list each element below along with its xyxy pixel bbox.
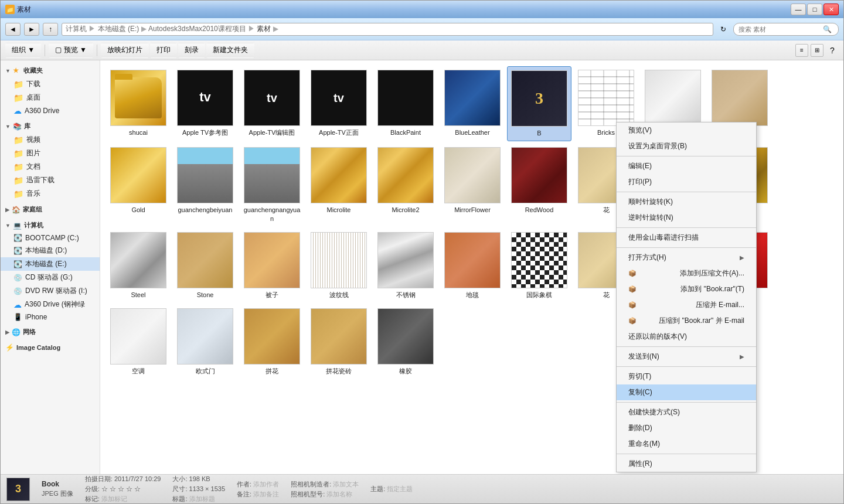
- sidebar-header-homegroup[interactable]: ▶ 🏠 家庭组: [1, 203, 100, 216]
- ctx-item-preview[interactable]: 预览(V): [617, 122, 756, 138]
- ctx-item-zip-email[interactable]: 📦 压缩并 E-mail...: [617, 297, 756, 313]
- file-item-stone[interactable]: Stone: [173, 229, 237, 302]
- file-item-appletv-edit[interactable]: tv Apple-TV编辑图: [240, 66, 304, 141]
- ctx-item-scan[interactable]: 使用金山毒霸进行扫描: [617, 230, 756, 246]
- sidebar-item-music[interactable]: 📁 音乐: [1, 187, 100, 200]
- file-item-guancheng2[interactable]: guanchengnangyuan: [240, 144, 304, 226]
- dim-label: 尺寸:: [172, 485, 187, 492]
- file-item-ditan[interactable]: 地毯: [440, 229, 505, 302]
- file-item-guancheng1[interactable]: guanchengbeiyuan: [173, 144, 237, 226]
- sidebar-header-network[interactable]: ▶ 🌐 网络: [1, 325, 100, 339]
- file-item-redwood[interactable]: RedWood: [507, 144, 571, 226]
- ctx-item-cut[interactable]: 剪切(T): [617, 369, 756, 384]
- search-box[interactable]: 🔍: [733, 23, 839, 36]
- forward-button[interactable]: ►: [24, 23, 39, 36]
- file-item-microlite2[interactable]: Microlite2: [373, 144, 438, 226]
- file-item-pinhua[interactable]: 拼花: [240, 305, 304, 379]
- ctx-item-rename[interactable]: 重命名(M): [617, 436, 756, 452]
- file-item-b-texture[interactable]: 3 B: [507, 66, 571, 141]
- sidebar-item-localdisk-d[interactable]: 💽 本地磁盘 (D:): [1, 244, 100, 257]
- sidebar-item-download[interactable]: 📁 下载: [1, 77, 100, 91]
- print-button[interactable]: 打印: [150, 43, 177, 58]
- sidebar-item-iphone[interactable]: 📱 iPhone: [1, 311, 100, 323]
- file-item-appletv-front[interactable]: tv Apple-TV正面: [307, 66, 371, 141]
- file-item-pinhuacz[interactable]: 拼花瓷砖: [307, 305, 371, 379]
- file-item-kongdiao[interactable]: 空调: [106, 305, 171, 379]
- search-input[interactable]: [738, 26, 821, 33]
- shoot-date-label-text: 拍摄日期:: [85, 475, 113, 482]
- file-item-bowen[interactable]: 波纹线: [307, 229, 371, 302]
- file-item-steel[interactable]: Steel: [106, 229, 171, 302]
- sidebar-item-cd-drive[interactable]: 💿 CD 驱动器 (G:): [1, 271, 100, 284]
- ctx-item-zip-book-email[interactable]: 📦 压缩到 "Book.rar" 并 E-mail: [617, 313, 756, 329]
- burn-button[interactable]: 刻录: [178, 43, 205, 58]
- sidebar-item-image[interactable]: 📁 图片: [1, 147, 100, 160]
- ctx-scan-label: 使用金山毒霸进行扫描: [628, 233, 699, 243]
- file-item-shucai[interactable]: shucai: [106, 66, 171, 141]
- sidebar-item-dvd-drive[interactable]: 💿 DVD RW 驱动器 (I:): [1, 284, 100, 298]
- ctx-item-delete[interactable]: 删除(D): [617, 420, 756, 436]
- ctx-item-print[interactable]: 打印(P): [617, 174, 756, 190]
- file-item-beizi[interactable]: 被子: [240, 229, 304, 302]
- sidebar-item-localdisk-e[interactable]: 💽 本地磁盘 (E:): [1, 257, 100, 271]
- file-label-beizi: 被子: [266, 291, 278, 299]
- new-folder-button[interactable]: 新建文件夹: [206, 43, 254, 58]
- sidebar-item-xunlei[interactable]: 📁 迅雷下载: [1, 173, 100, 187]
- address-path[interactable]: 计算机 ▶ 本地磁盘 (E:) ▶ Autodesk3dsMax2010课程项目…: [62, 23, 713, 36]
- sidebar-header-computer[interactable]: ▼ 💻 计算机: [1, 219, 100, 232]
- file-item-gold[interactable]: Gold: [106, 144, 171, 226]
- sidebar-item-a360-drive2[interactable]: ☁ A360 Drive (钢神绿: [1, 298, 100, 311]
- file-item-guoji[interactable]: 国际象棋: [507, 229, 571, 302]
- close-button[interactable]: ✕: [823, 4, 839, 15]
- file-item-buxiugang[interactable]: 不锈钢: [373, 229, 438, 302]
- file-item-blackpaint[interactable]: BlackPaint: [373, 66, 438, 141]
- ctx-item-copy[interactable]: 复制(C): [617, 384, 756, 400]
- comment-value: 添加备注: [253, 491, 279, 498]
- refresh-button[interactable]: ↻: [717, 23, 730, 36]
- ctx-item-properties[interactable]: 属性(R): [617, 456, 756, 472]
- ctx-send-to-arrow: ▶: [740, 353, 744, 360]
- file-area[interactable]: shucai tv Apple TV参考图 tv: [100, 60, 843, 474]
- view-menu-button[interactable]: ≡: [795, 44, 808, 57]
- file-item-mirrorflower[interactable]: MirrorFlower: [440, 144, 505, 226]
- help-button[interactable]: ?: [826, 44, 839, 57]
- sidebar-item-bootcamp[interactable]: 💽 BOOTCAMP (C:): [1, 232, 100, 244]
- ctx-item-edit[interactable]: 编辑(E): [617, 158, 756, 174]
- ctx-item-open-with[interactable]: 打开方式(H) ▶: [617, 250, 756, 265]
- file-item-blueleather[interactable]: BlueLeather: [440, 66, 505, 141]
- sidebar-header-library[interactable]: ▼ 📚 库: [1, 120, 100, 133]
- ctx-item-rotate-cw[interactable]: 顺时针旋转(K): [617, 194, 756, 210]
- file-item-xiangjiao[interactable]: 橡胶: [373, 305, 438, 379]
- file-item-appletv-ref[interactable]: tv Apple TV参考图: [173, 66, 237, 141]
- ctx-preview-label: 预览(V): [628, 125, 652, 135]
- sidebar-item-a360[interactable]: ☁ A360 Drive: [1, 104, 100, 117]
- preview-button[interactable]: ▢ 预览 ▼: [49, 43, 93, 58]
- sidebar-item-video[interactable]: 📁 视频: [1, 133, 100, 147]
- minimize-button[interactable]: —: [791, 4, 806, 15]
- title-bar: 📁 素材 — □ ✕: [1, 1, 843, 18]
- maximize-button[interactable]: □: [807, 4, 822, 15]
- file-item-oushi[interactable]: 欧式门: [173, 305, 237, 379]
- file-item-microlite[interactable]: Microlite: [307, 144, 371, 226]
- thumb-stone: [177, 232, 233, 288]
- ctx-item-send-to[interactable]: 发送到(N) ▶: [617, 349, 756, 365]
- sidebar-item-desktop[interactable]: 📁 桌面: [1, 91, 100, 104]
- ctx-item-add-to-zip[interactable]: 📦 添加到压缩文件(A)...: [617, 265, 756, 281]
- ctx-item-create-shortcut[interactable]: 创建快捷方式(S): [617, 404, 756, 420]
- view-large-icon-button[interactable]: ⊞: [811, 44, 823, 57]
- sidebar-header-imagecatalog[interactable]: ⚡ Image Catalog: [1, 341, 100, 354]
- localdisk-d-icon: 💽: [13, 247, 22, 255]
- ctx-item-add-to-book[interactable]: 📦 添加到 "Book.rar"(T): [617, 281, 756, 297]
- ctx-item-rotate-ccw[interactable]: 逆时针旋转(N): [617, 210, 756, 226]
- sidebar-item-document[interactable]: 📁 文档: [1, 160, 100, 173]
- ctx-item-restore[interactable]: 还原以前的版本(V): [617, 329, 756, 345]
- organize-button[interactable]: 组织 ▼: [5, 43, 41, 58]
- ctx-item-set-desktop[interactable]: 设置为桌面背景(B): [617, 138, 756, 154]
- slideshow-button[interactable]: 放映幻灯片: [101, 43, 149, 58]
- camera-model-value: 添加名称: [326, 491, 352, 498]
- status-col-author: 作者: 添加作者 备注: 添加备注: [237, 480, 279, 499]
- up-button[interactable]: ↑: [43, 23, 58, 36]
- back-button[interactable]: ◄: [5, 23, 21, 36]
- thumb-blueleather: [444, 70, 501, 126]
- sidebar-header-favorites[interactable]: ▼ ★ 收藏夹: [1, 64, 100, 77]
